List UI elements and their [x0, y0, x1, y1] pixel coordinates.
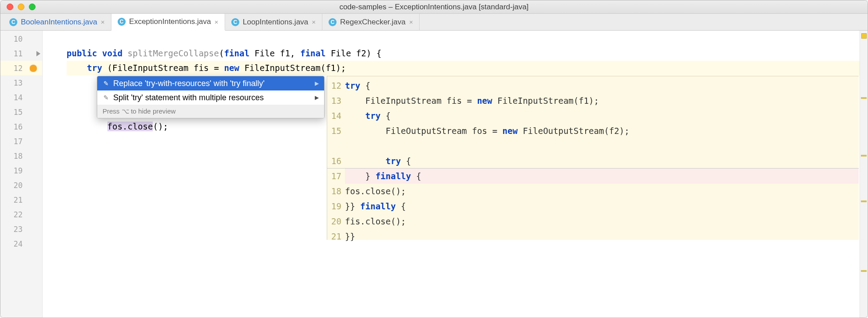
minimize-window-button[interactable]	[18, 4, 24, 10]
window-controls	[7, 4, 36, 10]
intention-replace-try-finally[interactable]: ✎ Replace 'try-with-resources' with 'try…	[97, 76, 324, 90]
preview-line: try {	[345, 108, 859, 123]
tab-regex-checker[interactable]: C RegexChecker.java ×	[322, 14, 420, 30]
intention-actions-popup: ✎ Replace 'try-with-resources' with 'try…	[97, 76, 325, 118]
close-tab-icon[interactable]: ×	[214, 18, 218, 26]
line-number: 14	[0, 90, 42, 105]
preview-line	[345, 138, 859, 153]
tab-label: RegexChecker.java	[340, 18, 405, 27]
intention-preview-panel: 12 13 14 15 16 17 18 19 20 21 try { File…	[327, 76, 859, 240]
preview-gutter: 12 13 14 15 16 17 18 19 20 21	[327, 76, 345, 240]
preview-line: try {	[345, 153, 859, 169]
code-line: public void splitMergeCollapse(final Fil…	[67, 46, 868, 61]
window-title: code-samples – ExceptionIntentions.java …	[0, 3, 868, 12]
preview-line-number	[327, 138, 345, 153]
preview-line: }} finally {	[345, 199, 859, 214]
close-tab-icon[interactable]: ×	[409, 18, 413, 26]
chevron-right-icon: ▶	[315, 94, 319, 101]
gutter: 10 11 12 13 14 15 16 17 18 19 20 21 22 2…	[0, 31, 43, 318]
java-class-icon: C	[329, 18, 337, 26]
close-tab-icon[interactable]: ×	[101, 18, 105, 26]
preview-line: } finally {	[345, 169, 859, 184]
zoom-window-button[interactable]	[29, 4, 36, 10]
preview-line-number: 18	[327, 184, 345, 199]
preview-line-number: 19	[327, 199, 345, 214]
intention-label: Replace 'try-with-resources' with 'try f…	[113, 79, 265, 88]
ide-window: code-samples – ExceptionIntentions.java …	[0, 0, 868, 318]
preview-line-number: 12	[327, 78, 345, 93]
preview-line: try {	[345, 78, 859, 93]
line-number[interactable]: 12	[0, 61, 42, 75]
line-number: 10	[0, 31, 42, 46]
preview-line-number: 16	[327, 153, 345, 169]
line-number: 15	[0, 105, 42, 119]
code-line: try (FileInputStream fis = new FileInput…	[67, 61, 868, 75]
close-window-button[interactable]	[7, 4, 13, 10]
line-number: 21	[0, 192, 42, 207]
warning-mark[interactable]	[861, 200, 867, 202]
preview-line: FileOutputStream fos = new FileOutputStr…	[345, 123, 859, 138]
warning-mark[interactable]	[861, 97, 867, 99]
intention-hint: Press ⌥ to hide preview	[97, 105, 324, 118]
editor-tabs: C BooleanIntentions.java × C ExceptionIn…	[0, 14, 868, 31]
line-number: 11	[0, 46, 42, 61]
line-number: 24	[0, 236, 42, 251]
preview-line: fos.close();	[345, 184, 859, 199]
titlebar: code-samples – ExceptionIntentions.java …	[0, 0, 868, 14]
edit-icon: ✎	[103, 80, 110, 87]
line-number: 17	[0, 134, 42, 149]
tab-loop-intentions[interactable]: C LoopIntentions.java ×	[225, 14, 322, 30]
warning-mark[interactable]	[861, 155, 867, 157]
tab-label: ExceptionIntentions.java	[129, 17, 211, 26]
error-stripe[interactable]	[860, 31, 868, 318]
preview-line-number: 13	[327, 93, 345, 108]
preview-line-number: 21	[327, 229, 345, 244]
java-class-icon: C	[231, 18, 239, 26]
warning-mark[interactable]	[861, 270, 867, 272]
line-number: 23	[0, 222, 42, 236]
preview-line: }}	[345, 229, 859, 244]
warning-indicator-icon	[861, 33, 867, 39]
code-line	[67, 31, 868, 46]
line-number: 18	[0, 149, 42, 163]
line-number: 22	[0, 207, 42, 222]
line-number: 13	[0, 75, 42, 90]
close-tab-icon[interactable]: ×	[312, 18, 316, 26]
tab-label: BooleanIntentions.java	[21, 18, 97, 27]
tab-exception-intentions[interactable]: C ExceptionIntentions.java ×	[111, 14, 225, 31]
tab-label: LoopIntentions.java	[243, 18, 308, 27]
preview-code: try { FileInputStream fis = new FileInpu…	[345, 76, 859, 240]
preview-line: fis.close();	[345, 214, 859, 229]
java-class-icon: C	[118, 18, 126, 26]
preview-line-number: 14	[327, 108, 345, 123]
chevron-right-icon: ▶	[315, 80, 319, 86]
preview-divider	[327, 168, 859, 169]
edit-icon: ✎	[103, 94, 110, 101]
tab-boolean-intentions[interactable]: C BooleanIntentions.java ×	[3, 14, 111, 30]
line-number: 20	[0, 178, 42, 192]
line-number: 19	[0, 163, 42, 178]
preview-line: FileInputStream fis = new FileInputStrea…	[345, 93, 859, 108]
intention-label: Split 'try' statement with multiple reso…	[113, 93, 264, 102]
line-number: 16	[0, 119, 42, 134]
preview-line-number: 15	[327, 123, 345, 138]
intention-split-try[interactable]: ✎ Split 'try' statement with multiple re…	[97, 90, 324, 105]
preview-line-number: 20	[327, 214, 345, 229]
preview-line-number: 17	[327, 169, 345, 184]
java-class-icon: C	[9, 18, 17, 26]
